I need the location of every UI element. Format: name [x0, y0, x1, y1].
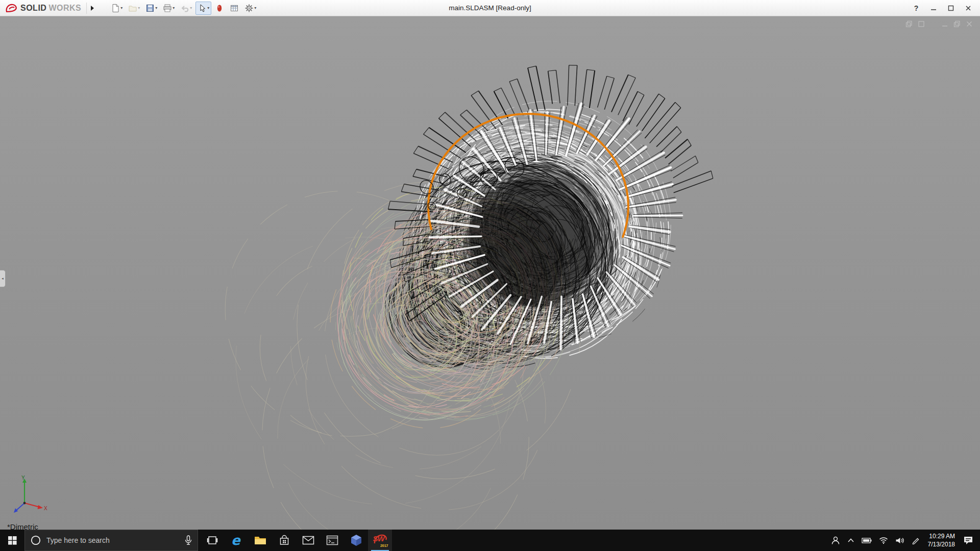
- dropdown-caret[interactable]: ▾: [173, 6, 175, 10]
- dropdown-caret[interactable]: ▾: [120, 6, 122, 10]
- pen-button[interactable]: [908, 530, 923, 551]
- flyout-triangle-icon: [90, 5, 94, 11]
- select-cursor-icon: [198, 4, 207, 13]
- design-table-button[interactable]: [228, 2, 241, 15]
- taskbar-search[interactable]: Type here to search: [24, 530, 198, 551]
- appearances-button[interactable]: [213, 2, 226, 15]
- close-icon: [965, 5, 971, 11]
- ghost-cascade-icon[interactable]: [918, 20, 925, 28]
- maximize-icon: [948, 5, 954, 11]
- document-title: main.SLDASM [Read-only]: [449, 0, 531, 16]
- clock-date: 7/13/2018: [928, 540, 955, 548]
- tray-overflow-button[interactable]: [844, 530, 858, 551]
- cortana-icon: [30, 535, 41, 546]
- design-table-icon: [230, 4, 239, 13]
- battery-icon: [862, 538, 872, 543]
- undo-button[interactable]: ▾: [178, 2, 194, 15]
- task-view-button[interactable]: [200, 530, 224, 551]
- save-button[interactable]: ▾: [143, 2, 159, 15]
- chevron-up-icon: [847, 538, 854, 543]
- close-button[interactable]: [961, 2, 976, 15]
- task-view-icon: [207, 535, 218, 546]
- dassault-systemes-icon: [5, 3, 18, 13]
- dropdown-caret[interactable]: ▾: [190, 6, 192, 10]
- help-button[interactable]: ?: [909, 2, 924, 15]
- new-document-button[interactable]: ▾: [109, 2, 125, 15]
- action-center-icon: [963, 536, 973, 545]
- quick-access-toolbar: ▾ ▾ ▾ ▾ ▾: [109, 2, 258, 15]
- clock-time: 10:29 AM: [929, 532, 955, 540]
- network-button[interactable]: [875, 530, 892, 551]
- system-tray: 10:29 AM 7/13/2018: [827, 530, 980, 551]
- ghost-maximize-icon[interactable]: [953, 20, 961, 28]
- 3d-cube-icon: [350, 534, 362, 546]
- window-controls: ?: [909, 2, 976, 15]
- dropdown-caret[interactable]: ▾: [155, 6, 157, 10]
- ghost-close-icon[interactable]: [966, 20, 973, 28]
- save-floppy-icon: [145, 4, 155, 13]
- file-explorer-button[interactable]: [248, 530, 272, 551]
- action-center-button[interactable]: [960, 530, 977, 551]
- options-button[interactable]: ▾: [242, 2, 258, 15]
- solidworks-sw-text: SW: [373, 534, 384, 543]
- gear-icon: [244, 4, 254, 13]
- volume-button[interactable]: [892, 530, 908, 551]
- solidworks-app-icon: SW 2017: [373, 533, 387, 547]
- dropdown-caret[interactable]: ▾: [207, 6, 209, 10]
- 3d-viewer-button[interactable]: [344, 530, 368, 551]
- feature-manager-arrow-icon: ◂: [2, 277, 4, 281]
- menu-expand-arrow[interactable]: [86, 3, 94, 14]
- command-prompt-icon: [326, 535, 338, 545]
- start-button[interactable]: [0, 530, 24, 551]
- solidworks-logo: SOLIDWORKS: [5, 3, 81, 13]
- brand-text-solid: SOLID: [20, 4, 46, 13]
- feature-manager-tab[interactable]: ◂: [0, 270, 6, 287]
- store-button[interactable]: [272, 530, 296, 551]
- select-tool-button[interactable]: ▾: [195, 2, 211, 15]
- command-prompt-button[interactable]: [320, 530, 344, 551]
- battery-button[interactable]: [858, 530, 875, 551]
- solidworks-2017-button[interactable]: SW 2017: [368, 530, 392, 551]
- wifi-icon: [879, 537, 888, 544]
- maximize-button[interactable]: [943, 2, 959, 15]
- view-orientation-label: *Dimetric: [7, 522, 38, 530]
- file-explorer-icon: [254, 535, 266, 545]
- orientation-triad: Y X: [7, 473, 50, 517]
- new-document-icon: [111, 4, 120, 13]
- taskbar-apps: e: [200, 530, 392, 551]
- pen-icon: [912, 536, 920, 544]
- axis-label-y: Y: [21, 475, 25, 481]
- undo-arrow-icon: [180, 4, 189, 13]
- document-window-controls: [905, 20, 973, 28]
- taskbar: Type here to search e: [0, 530, 980, 551]
- brand-text-works: WORKS: [48, 4, 81, 13]
- ghost-restore-icon[interactable]: [905, 20, 913, 28]
- title-bar: SOLIDWORKS ▾ ▾ ▾: [0, 0, 980, 16]
- ghost-minimize-icon[interactable]: [941, 20, 948, 28]
- axis-label-x: X: [44, 506, 47, 511]
- clock[interactable]: 10:29 AM 7/13/2018: [923, 532, 960, 548]
- open-folder-icon: [128, 4, 137, 13]
- mail-button[interactable]: [296, 530, 320, 551]
- svg-text:e: e: [231, 534, 241, 547]
- edge-button[interactable]: e: [224, 530, 248, 551]
- open-button[interactable]: ▾: [126, 2, 142, 15]
- print-button[interactable]: ▾: [161, 2, 177, 15]
- search-placeholder: Type here to search: [46, 536, 179, 544]
- people-icon: [831, 536, 840, 545]
- mail-icon: [302, 536, 314, 545]
- minimize-button[interactable]: [926, 2, 941, 15]
- dropdown-caret[interactable]: ▾: [254, 6, 256, 10]
- solidworks-year-badge: 2017: [380, 544, 388, 547]
- windows-logo-icon: [8, 536, 17, 545]
- store-icon: [279, 535, 290, 546]
- microphone-icon[interactable]: [184, 535, 192, 545]
- graphics-viewport[interactable]: ◂ Y X *Dimetric: [0, 16, 980, 530]
- dropdown-caret[interactable]: ▾: [138, 6, 140, 10]
- people-button[interactable]: [827, 530, 844, 551]
- minimize-icon: [930, 5, 937, 11]
- wireframe-model[interactable]: [0, 16, 980, 530]
- printer-icon: [163, 4, 172, 13]
- speaker-icon: [895, 537, 904, 544]
- edge-icon: e: [230, 534, 243, 547]
